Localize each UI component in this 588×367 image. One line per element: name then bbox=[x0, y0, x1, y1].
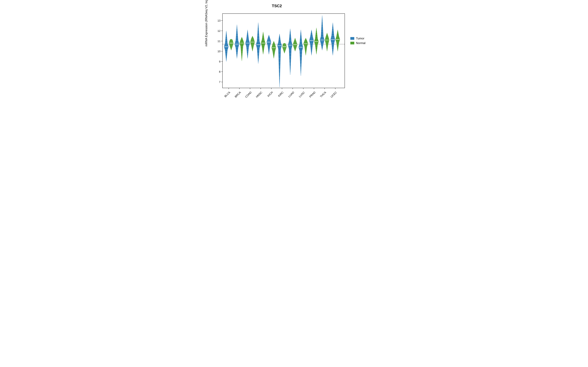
x-tick-label: HNSC bbox=[252, 91, 263, 102]
svg-marker-305 bbox=[336, 30, 340, 51]
legend: TumorNormal bbox=[350, 37, 365, 46]
x-tick-label: THCA bbox=[316, 91, 327, 102]
x-tick-label: LUSC bbox=[295, 91, 305, 102]
x-tick-label: PRAD bbox=[305, 91, 316, 102]
legend-item: Normal bbox=[350, 41, 365, 45]
legend-item: Tumor bbox=[350, 37, 365, 40]
x-tick-label: COAD bbox=[241, 91, 252, 102]
violin bbox=[203, 0, 346, 89]
x-tick-label: KIRC bbox=[273, 91, 284, 102]
x-tick-label: LUAD bbox=[284, 91, 295, 102]
x-tick-label: UCEC bbox=[327, 91, 337, 102]
x-tick-label: KICH bbox=[263, 91, 274, 102]
x-tick-label: BLCA bbox=[220, 91, 231, 102]
legend-swatch bbox=[350, 37, 354, 40]
legend-label: Tumor bbox=[356, 37, 364, 40]
legend-swatch bbox=[350, 42, 354, 44]
legend-label: Normal bbox=[356, 41, 365, 45]
x-tick-label: BRCA bbox=[231, 91, 242, 102]
chart-container: TSC2 mRNA Expression (RNASeq V2, log2) T… bbox=[203, 0, 385, 113]
